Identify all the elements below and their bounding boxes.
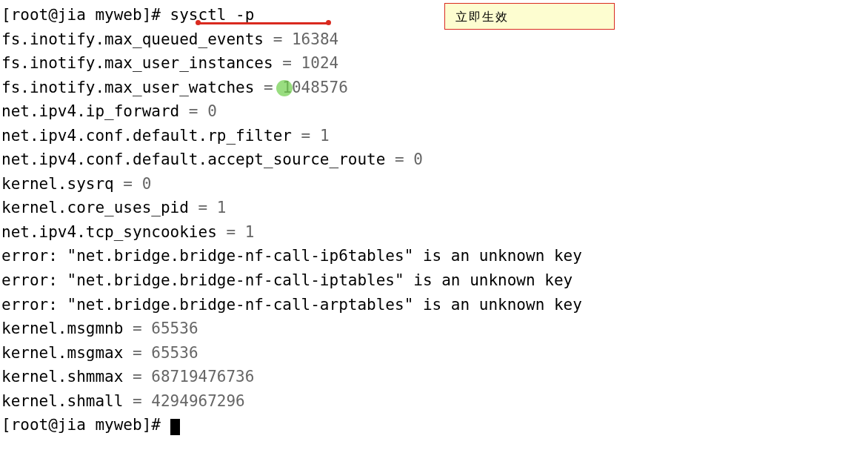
terminal-line: net.ipv4.conf.default.accept_source_rout… (1, 148, 867, 172)
sysctl-value: 1024 (301, 54, 339, 72)
terminal-line: kernel.sysrq = 0 (1, 172, 867, 196)
sysctl-value: 1 (217, 199, 227, 216)
equals-sign: = (179, 102, 207, 120)
terminal-line: fs.inotify.max_user_watches = 1048576 (1, 76, 867, 100)
underline-annotation (198, 22, 328, 24)
sysctl-key: net.ipv4.ip_forward (1, 102, 179, 120)
equals-sign: = (264, 30, 292, 48)
sysctl-key: kernel.core_uses_pid (1, 199, 189, 216)
sysctl-value: 0 (207, 102, 217, 120)
sysctl-key: kernel.msgmax (1, 344, 123, 362)
equals-sign: = (189, 199, 217, 216)
equals-sign: = (385, 150, 413, 168)
equals-sign: = (114, 175, 142, 193)
cursor-block-icon (170, 419, 180, 435)
sysctl-value: 68719476736 (151, 368, 254, 386)
terminal-line: kernel.shmmax = 68719476736 (1, 365, 867, 389)
terminal-line: error: "net.bridge.bridge-nf-call-ip6tab… (1, 244, 867, 268)
sysctl-key: fs.inotify.max_user_instances (1, 54, 273, 72)
sysctl-key: kernel.msgmnb (1, 320, 123, 337)
command-text: sysctl -p (170, 6, 255, 24)
equals-sign: = (273, 54, 301, 72)
terminal-line: error: "net.bridge.bridge-nf-call-arptab… (1, 293, 867, 317)
terminal-line: kernel.msgmnb = 65536 (1, 317, 867, 341)
sysctl-value: 4294967296 (151, 392, 244, 410)
underline-dot-icon (326, 20, 331, 25)
prompt-text: [root@jia myweb]# (1, 416, 170, 434)
terminal-line: kernel.shmall = 4294967296 (1, 389, 867, 414)
output-text: error: "net.bridge.bridge-nf-call-iptabl… (1, 271, 572, 289)
sysctl-key: kernel.shmmax (1, 368, 123, 386)
sysctl-value: 65536 (151, 344, 198, 362)
equals-sign: = (292, 127, 320, 145)
sysctl-value: 16384 (292, 30, 338, 48)
prompt-text: [root@jia myweb]# (1, 6, 170, 24)
equals-sign: = (123, 392, 151, 410)
sysctl-value: 1 (245, 223, 255, 241)
sysctl-value: 0 (142, 175, 152, 193)
highlight-circle-icon (276, 80, 293, 96)
sysctl-key: kernel.sysrq (1, 175, 114, 193)
sysctl-key: net.ipv4.conf.default.rp_filter (1, 127, 292, 145)
sysctl-value: 1 (320, 127, 330, 145)
equals-sign: = (123, 320, 151, 337)
terminal-line: [root@jia myweb]# (1, 413, 867, 437)
sysctl-key: net.ipv4.conf.default.accept_source_rout… (1, 150, 385, 168)
terminal-output: [root@jia myweb]# sysctl -pfs.inotify.ma… (1, 3, 867, 437)
terminal-line: net.ipv4.tcp_syncookies = 1 (1, 220, 867, 245)
terminal-line: fs.inotify.max_queued_events = 16384 (1, 27, 867, 52)
underline-dot-icon (196, 20, 201, 25)
terminal-line: net.ipv4.conf.default.rp_filter = 1 (1, 124, 867, 148)
equals-sign: = (123, 344, 151, 362)
sysctl-key: fs.inotify.max_user_watches (1, 79, 254, 96)
sysctl-value: 65536 (151, 320, 198, 337)
terminal-line: fs.inotify.max_user_instances = 1024 (1, 51, 867, 76)
sysctl-key: kernel.shmall (1, 392, 123, 410)
sysctl-key: net.ipv4.tcp_syncookies (1, 223, 217, 241)
equals-sign: = (123, 368, 151, 386)
terminal-line: kernel.msgmax = 65536 (1, 341, 867, 365)
sysctl-key: fs.inotify.max_queued_events (1, 30, 264, 48)
sysctl-value: 0 (413, 150, 423, 168)
terminal-line: net.ipv4.ip_forward = 0 (1, 99, 867, 124)
output-text: error: "net.bridge.bridge-nf-call-arptab… (1, 296, 582, 314)
terminal-line: [root@jia myweb]# sysctl -p (1, 3, 867, 27)
terminal-line: kernel.core_uses_pid = 1 (1, 196, 867, 220)
equals-sign: = (217, 223, 245, 241)
output-text: error: "net.bridge.bridge-nf-call-ip6tab… (1, 247, 582, 265)
terminal-line: error: "net.bridge.bridge-nf-call-iptabl… (1, 268, 867, 293)
